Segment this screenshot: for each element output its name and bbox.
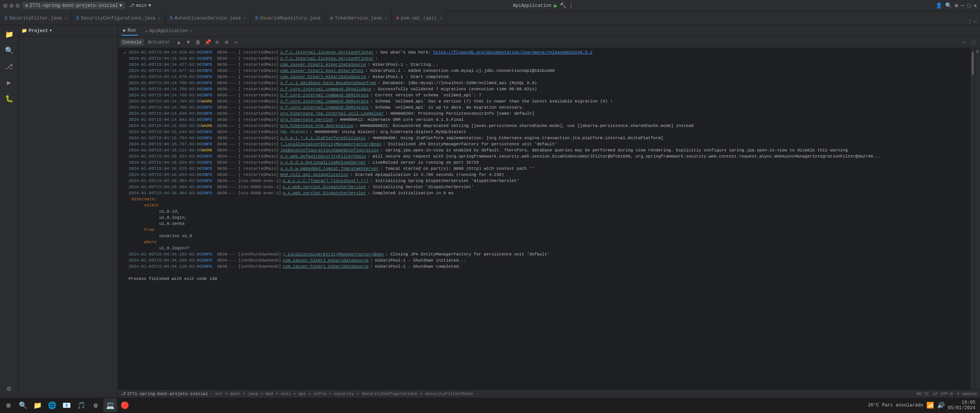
encoding-label[interactable]: LF UTF-8 [933, 392, 953, 396]
title-more-icon[interactable]: ⋮ [568, 2, 574, 9]
tab-label-usuario-repo: UsuarioRepository.java [260, 16, 320, 21]
branch-selector[interactable]: ⎇ main ▼ [129, 3, 151, 8]
hibernate-label-line: Hibernate: [121, 197, 968, 203]
log-line: 2024-01-05T15:04:15.784-03:00 INFO 8036 … [118, 135, 971, 141]
project-panel-dropdown[interactable]: ▼ [49, 29, 52, 33]
taskbar-btn-3[interactable]: 📧 [60, 398, 74, 412]
clear-btn[interactable]: 🗑 [194, 38, 202, 47]
git-branch[interactable]: ⎇ 2771-spring-boot-projeto-inicial [121, 391, 208, 396]
scrollbar-thumb[interactable] [972, 52, 974, 75]
app-label: ApiApplication [149, 28, 188, 34]
tab-security-config[interactable]: S SecurityConfigurations.java ✕ [72, 11, 165, 25]
sidebar-item-git[interactable]: ⎇ [2, 59, 17, 74]
app-name-label: ApiApplication [513, 3, 552, 8]
log-line: 2024-01-05T15:04:16.634-03:00 INFO 8036 … [118, 172, 971, 178]
scrollbar-area[interactable] [971, 48, 975, 389]
taskbar-btn-1[interactable]: 📁 [31, 398, 44, 412]
sidebar-item-debug[interactable]: 🐛 [2, 91, 17, 106]
taskbar-btn-2[interactable]: 🌐 [45, 398, 59, 412]
tab-icon-autenticacao: S [170, 16, 173, 21]
spaces-label[interactable]: 4 spaces [957, 392, 977, 396]
console-label: Console [122, 40, 142, 45]
content-area: 📁 Project ▼ ▶ Run ☕ ApiApplication ✕ [18, 25, 980, 398]
taskbar-btn-5[interactable]: ⚙ [89, 398, 103, 412]
status-path: src > main > java > med > voll > api > i… [215, 392, 473, 396]
scroll-up-btn[interactable]: ▲ [175, 38, 183, 47]
settings-icon[interactable]: ⚙ [955, 2, 958, 9]
tab-more-icon[interactable]: ⋮ [967, 18, 972, 25]
app-close-icon[interactable]: ✕ [189, 29, 192, 33]
account-icon[interactable]: 👤 [936, 2, 942, 9]
window-maximize-icon[interactable]: □ [967, 3, 970, 9]
taskbar-sound[interactable]: 🔊 [937, 402, 945, 409]
taskbar-btn-4[interactable]: 🎵 [74, 398, 88, 412]
cursor-position[interactable]: 30:72 [916, 392, 929, 396]
hibernate-col1: u1_0.id, [121, 209, 968, 215]
title-right: 👤 🔍 ⚙ ─ □ ✕ [936, 2, 977, 9]
branch-symbol: ⎇ [121, 391, 126, 396]
console-tab-btn[interactable]: Console [120, 39, 144, 46]
run-play-icon[interactable]: ▶ [554, 2, 558, 10]
branch-icon: ⎇ [129, 3, 134, 8]
log-line: 2024-01-05T15:04:15.797-03:00 INFO 8036 … [118, 141, 971, 148]
window-close-icon[interactable]: ✕ [974, 2, 977, 9]
console-main-area: ▲ 2024-01-05T15:04:14.418-03:00 INFO 803… [118, 48, 980, 389]
tab-close-security-filter[interactable]: ✕ [64, 16, 67, 21]
console-output[interactable]: ▲ 2024-01-05T15:04:14.418-03:00 INFO 803… [118, 48, 971, 389]
run-tab-run[interactable]: ▶ Run [121, 26, 138, 36]
log-line: 2024-01-05T15:04:14.764-03:00 WARN 8036 … [118, 99, 971, 105]
run-tab-app[interactable]: ☕ ApiApplication ✕ [143, 26, 194, 35]
sidebar-item-run[interactable]: ▶ [2, 75, 17, 90]
tab-close-autenticacao[interactable]: ✕ [243, 16, 246, 21]
title-build-icon[interactable]: 🔨 [560, 2, 566, 9]
wrap-btn[interactable]: ↩ [232, 38, 240, 47]
maximize-console-btn[interactable]: □ [969, 38, 978, 47]
tab-icon-security-filter: S [5, 16, 7, 21]
log-line: 2024-01-05T15:04:20.304-03:00 INFO 8036 … [118, 184, 971, 190]
taskbar-search[interactable]: 🔍 [16, 398, 30, 412]
maximize-btn[interactable] [9, 3, 14, 8]
project-panel-icon: 📁 [21, 28, 27, 34]
taskbar-clock[interactable]: 19:05 05/01/2024 [948, 400, 975, 411]
tab-close-pom-xml[interactable]: ✕ [439, 16, 442, 21]
run-label: Run [127, 28, 136, 33]
tab-token-service[interactable]: m TokenService.java ✕ [325, 11, 392, 25]
tab-usuario-repo[interactable]: S UsuarioRepository.java [251, 11, 326, 25]
layout-btn[interactable]: ⊞ [222, 38, 231, 47]
minimize-console-btn[interactable]: ─ [960, 38, 968, 47]
start-btn[interactable]: ⊞ [2, 398, 15, 412]
taskbar-btn-7[interactable]: 🔴 [118, 398, 132, 412]
pin-btn[interactable]: 📌 [203, 38, 212, 47]
actuator-label[interactable]: Actuator [148, 40, 170, 45]
taskbar-network[interactable]: 📶 [926, 402, 934, 409]
right-gutter: m [975, 48, 980, 389]
console-toolbar-actions: ▲ ▼ 🗑 📌 ⚙ ⊞ ↩ [175, 38, 240, 47]
project-selector[interactable]: ⚙ 2771-spring-boot-projeto-inicial ▼ [22, 2, 125, 9]
search-icon[interactable]: 🔍 [945, 2, 952, 9]
log-line: 2024-01-05T15:04:14.768-03:00 INFO 8036 … [118, 105, 971, 111]
project-icon: ⚙ [25, 3, 28, 8]
tab-close-security-config[interactable]: ✕ [158, 16, 160, 21]
app-icon: ☕ [145, 28, 148, 34]
window-minimize-icon[interactable]: ─ [961, 3, 964, 9]
tab-security-filter[interactable]: S SecurityFilter.java ✕ [0, 11, 72, 25]
project-label: 2771-spring-boot-projeto-inicial [29, 3, 118, 8]
tab-autenticacao[interactable]: S AutenticacaoService.java ✕ [165, 11, 251, 25]
tab-minimize-icon[interactable]: ─ [974, 19, 977, 25]
sidebar-item-project[interactable]: 📁 [2, 27, 17, 42]
tab-close-token-service[interactable]: ✕ [384, 16, 387, 21]
taskbar-temp: 26°C [868, 403, 879, 408]
tab-pom-xml[interactable]: m pom.xml (api) ✕ [392, 11, 447, 25]
branch-name: 2771-spring-boot-projeto-inicial [127, 392, 208, 396]
close-btn[interactable] [15, 3, 20, 8]
taskbar-btn-6[interactable]: 💻 [103, 398, 117, 412]
sidebar-item-settings[interactable]: ⚙ [2, 381, 17, 396]
sidebar-item-search[interactable]: 🔍 [2, 43, 17, 58]
minimize-btn[interactable] [3, 3, 8, 8]
tab-icon-token-service: m [330, 16, 333, 21]
tab-label-pom-xml: pom.xml (api) [401, 16, 437, 21]
scroll-down-btn[interactable]: ▼ [184, 38, 193, 47]
settings-console-btn[interactable]: ⚙ [213, 38, 221, 47]
right-area: ▶ Run ☕ ApiApplication ✕ Console Actuato… [118, 25, 980, 398]
log-line: ▲ 2024-01-05T15:04:14.418-03:00 INFO 803… [118, 50, 971, 56]
